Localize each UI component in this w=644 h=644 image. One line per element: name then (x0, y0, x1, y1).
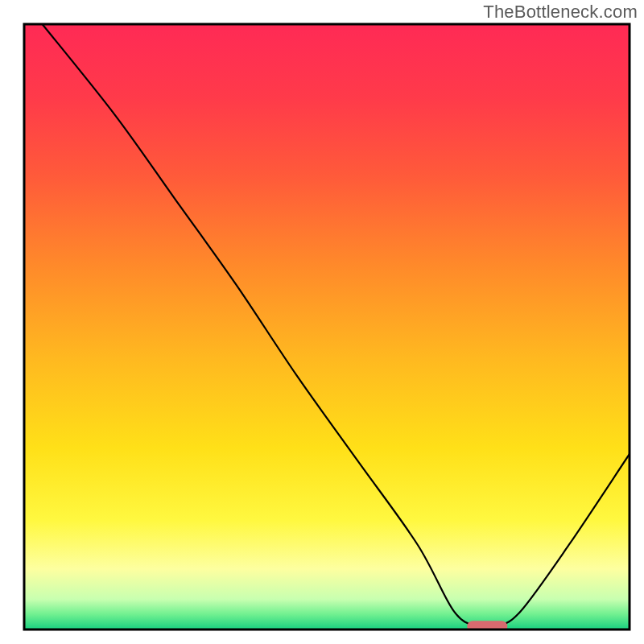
watermark-text: TheBottleneck.com (483, 2, 638, 23)
chart-svg (23, 23, 631, 631)
plot-area (23, 23, 631, 631)
chart-container: TheBottleneck.com (0, 0, 644, 644)
